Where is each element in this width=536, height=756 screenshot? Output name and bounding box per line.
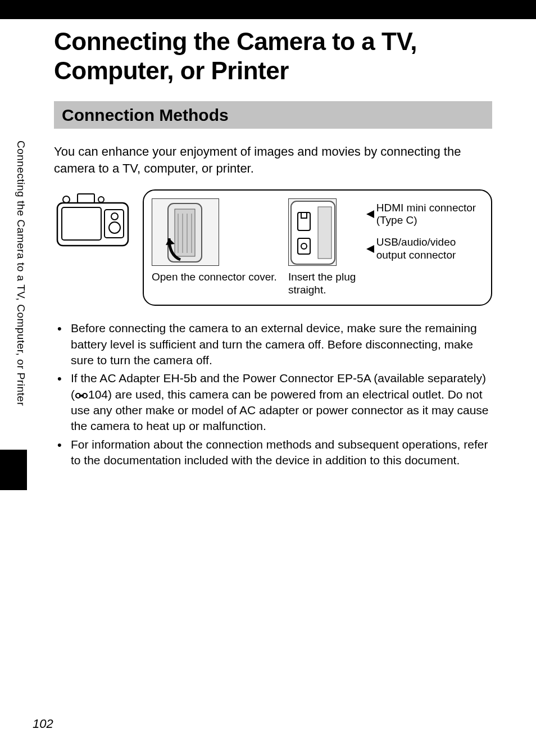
bullet2-part-b: ) are used, this camera can be powered f… — [71, 388, 489, 433]
svg-point-6 — [63, 196, 70, 203]
arrow-left-icon — [366, 245, 374, 253]
reference-icon — [75, 392, 88, 400]
side-tab: Connecting the Camera to a TV, Computer,… — [13, 141, 28, 489]
usb-label: USB/audio/video output connector — [376, 236, 481, 262]
bullet-item: If the AC Adapter EH-5b and the Power Co… — [71, 370, 492, 434]
step-insert-plug: Insert the plug straight. HDMI mini conn… — [288, 198, 481, 297]
side-tab-label: Connecting the Camera to a TV, Computer,… — [15, 141, 27, 406]
camera-illustration — [54, 189, 133, 251]
open-cover-illustration — [152, 198, 219, 266]
bullet-item: Before connecting the camera to an exter… — [71, 320, 492, 368]
bullet-list: Before connecting the camera to an exter… — [54, 320, 492, 468]
hdmi-label: HDMI mini connector (Type C) — [376, 202, 481, 228]
svg-point-4 — [111, 213, 118, 220]
step-open-cover: Open the connector cover. — [152, 198, 277, 284]
intro-paragraph: You can enhance your enjoyment of images… — [54, 143, 492, 176]
top-black-bar — [0, 0, 536, 19]
arrow-left-icon — [366, 210, 374, 218]
usb-label-row: USB/audio/video output connector — [366, 236, 481, 262]
svg-rect-18 — [301, 212, 307, 218]
connector-panel: Open the connector cover. — [143, 189, 492, 306]
svg-rect-3 — [78, 194, 94, 203]
open-cover-caption: Open the connector cover. — [152, 270, 277, 284]
svg-rect-19 — [298, 238, 310, 254]
section-header: Connection Methods — [54, 101, 492, 129]
bullet-item: For information about the connection met… — [71, 437, 492, 469]
page-number: 102 — [33, 717, 53, 731]
svg-rect-16 — [318, 207, 331, 259]
diagram-row: Open the connector cover. — [54, 189, 492, 306]
hdmi-label-row: HDMI mini connector (Type C) — [366, 202, 481, 228]
manual-page: Connecting the Camera to a TV, Computer,… — [0, 0, 536, 756]
side-tab-marker — [0, 450, 27, 490]
bullet2-ref: 104 — [88, 388, 108, 401]
svg-rect-9 — [175, 209, 195, 256]
connector-labels: HDMI mini connector (Type C) USB/audio/v… — [366, 202, 481, 262]
svg-point-7 — [98, 197, 104, 202]
insert-plug-illustration — [288, 198, 337, 266]
insert-plug-caption: Insert the plug straight. — [288, 270, 361, 297]
page-title: Connecting the Camera to a TV, Computer,… — [54, 27, 492, 85]
page-content: Connecting the Camera to a TV, Computer,… — [54, 27, 492, 470]
svg-point-5 — [109, 222, 120, 233]
svg-rect-1 — [62, 207, 101, 240]
